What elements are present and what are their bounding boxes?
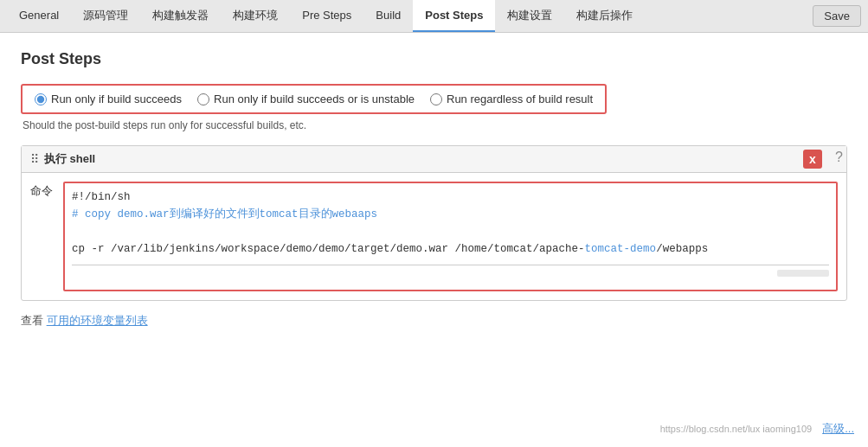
radio-run-unstable[interactable]: Run only if build succeeds or is unstabl… <box>197 93 415 105</box>
shell-help-button[interactable]: ? <box>835 150 843 165</box>
radio-run-unstable-input[interactable] <box>197 93 209 105</box>
cmd-part2: /webapps <box>656 243 708 255</box>
csdn-watermark: https://blog.csdn.net/lux iaoming109 <box>660 424 813 434</box>
command-textarea[interactable]: #!/bin/sh # copy demo.war到编译好的文件到tomcat目… <box>63 182 838 291</box>
tab-build-trigger[interactable]: 构建触发器 <box>140 0 221 32</box>
shell-header-title: 执行 shell <box>44 151 95 167</box>
bottom-right: https://blog.csdn.net/lux iaoming109 高级.… <box>660 421 854 437</box>
tab-post-steps[interactable]: Post Steps <box>413 0 495 32</box>
radio-run-always-input[interactable] <box>430 93 442 105</box>
shell-body: 命令 #!/bin/sh # copy demo.war到编译好的文件到tomc… <box>22 173 846 300</box>
radio-run-success[interactable]: Run only if build succeeds <box>35 93 182 105</box>
command-line-comment: # copy demo.war到编译好的文件到tomcat目录的webaaps <box>72 206 829 223</box>
tab-build[interactable]: Build <box>363 0 413 32</box>
tab-bar: General 源码管理 构建触发器 构建环境 Pre Steps Build … <box>0 0 868 33</box>
tab-post-build[interactable]: 构建后操作 <box>564 0 645 32</box>
radio-group: Run only if build succeeds Run only if b… <box>21 84 607 114</box>
shell-header: ⠿ 执行 shell <box>22 146 846 173</box>
advanced-button[interactable]: 高级... <box>822 421 854 437</box>
shell-drag-icon: ⠿ <box>30 152 39 166</box>
tab-pre-steps[interactable]: Pre Steps <box>290 0 363 32</box>
env-link-container: 查看 可用的环境变量列表 <box>21 313 847 329</box>
shell-delete-button[interactable]: x <box>803 150 822 169</box>
env-link[interactable]: 可用的环境变量列表 <box>47 314 148 327</box>
radio-run-always-label: Run regardless of build result <box>447 93 593 105</box>
shell-command-label: 命令 <box>30 182 55 291</box>
shell-section: ⠿ 执行 shell x ? 命令 #!/bin/sh # copy demo.… <box>21 145 847 301</box>
radio-run-success-label: Run only if build succeeds <box>51 93 182 105</box>
cmd-part1: cp -r /var/lib/jenkins/workspace/demo/de… <box>72 243 585 255</box>
scrollbar-indicator <box>777 270 829 277</box>
command-line-blank <box>72 223 829 240</box>
tab-source-mgmt[interactable]: 源码管理 <box>71 0 140 32</box>
command-line-cmd: cp -r /var/lib/jenkins/workspace/demo/de… <box>72 240 829 258</box>
radio-run-always[interactable]: Run regardless of build result <box>430 93 593 105</box>
radio-run-unstable-label: Run only if build succeeds or is unstabl… <box>214 93 415 105</box>
command-scrollbar[interactable] <box>72 265 829 284</box>
page-content: Post Steps Run only if build succeeds Ru… <box>0 33 868 447</box>
save-button[interactable]: Save <box>813 5 861 27</box>
env-link-prefix: 查看 <box>21 314 47 327</box>
tab-bar-actions: Save <box>813 0 861 32</box>
tab-build-env[interactable]: 构建环境 <box>221 0 290 32</box>
cmd-highlight: tomcat-demo <box>585 243 657 255</box>
tab-build-settings[interactable]: 构建设置 <box>495 0 564 32</box>
page-title: Post Steps <box>21 50 847 68</box>
command-line-shebang: #!/bin/sh <box>72 188 829 206</box>
tab-general[interactable]: General <box>7 0 71 32</box>
radio-run-success-input[interactable] <box>35 93 47 105</box>
radio-hint: Should the post-build steps run only for… <box>23 119 847 131</box>
